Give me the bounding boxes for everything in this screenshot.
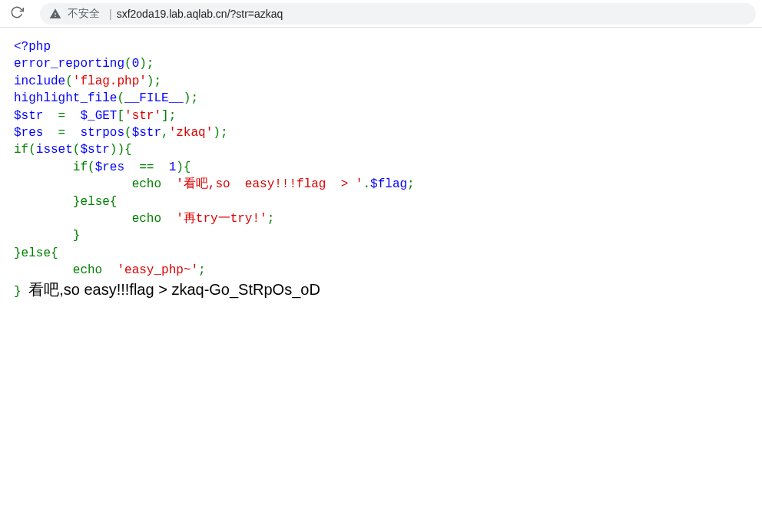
security-label: 不安全 (68, 7, 100, 21)
semi: ; (267, 212, 275, 226)
semi: ; (154, 74, 161, 88)
brace: } (73, 195, 81, 209)
semi: ; (198, 263, 206, 277)
var: $flag (370, 177, 407, 191)
keyword: echo (132, 177, 161, 191)
var: $str (132, 126, 161, 140)
address-bar[interactable]: 不安全 | sxf2oda19.lab.aqlab.cn/?str=azkaq (40, 3, 756, 25)
string: '看吧,so easy!!!flag > ' (176, 177, 363, 191)
var: $str (80, 143, 109, 157)
comma: , (161, 126, 169, 140)
brace: { (184, 160, 191, 174)
brace: } (14, 285, 22, 299)
var: $_GET (80, 109, 117, 123)
func: include (14, 74, 65, 88)
brace: { (51, 246, 58, 260)
php-open-tag: <?php (14, 40, 51, 54)
warning-icon (49, 8, 61, 20)
php-code-block: <?php error_reporting(0); include('flag.… (14, 38, 748, 301)
page-content: <?php error_reporting(0); include('flag.… (0, 28, 762, 312)
url-divider: | (109, 8, 112, 20)
keyword: if (14, 143, 28, 157)
paren: )) (110, 143, 124, 157)
func: strpos (80, 126, 124, 140)
op: = (58, 109, 66, 123)
paren: ) (139, 57, 147, 71)
url-text: sxf2oda19.lab.aqlab.cn/?str=azkaq (117, 8, 283, 20)
bracket: [ (117, 109, 124, 123)
semi: ; (220, 126, 228, 140)
paren: ( (65, 74, 73, 88)
paren: ( (124, 57, 132, 71)
op: == (139, 160, 154, 174)
string: 'easy_php~' (117, 263, 198, 277)
var: $res (95, 160, 124, 174)
arg: 0 (132, 57, 140, 71)
semi: ; (407, 177, 415, 191)
const: __FILE__ (124, 91, 184, 105)
paren: ) (176, 160, 184, 174)
paren: ( (73, 143, 81, 157)
keyword: echo (73, 263, 102, 277)
semi: ; (190, 91, 198, 105)
dot: . (363, 177, 370, 191)
semi: ; (169, 109, 177, 123)
bracket: ] (161, 109, 169, 123)
func: error_reporting (14, 57, 124, 71)
var: $str (14, 109, 43, 123)
keyword: else (80, 195, 109, 209)
keyword: else (22, 246, 51, 260)
output-text: 看吧,so easy!!!flag > zkaq-Go_StRpOs_oD (28, 281, 320, 298)
paren: ) (213, 126, 220, 140)
brace: { (124, 143, 132, 157)
keyword: echo (132, 212, 161, 226)
reload-button[interactable] (6, 3, 28, 25)
paren: ( (88, 160, 95, 174)
num: 1 (169, 160, 177, 174)
string: 'str' (124, 109, 161, 123)
semi: ; (147, 57, 154, 71)
string: '再try一try!' (176, 212, 267, 226)
paren: ) (147, 74, 154, 88)
func: isset (36, 143, 73, 157)
browser-toolbar: 不安全 | sxf2oda19.lab.aqlab.cn/?str=azkaq (0, 0, 762, 28)
var: $res (14, 126, 43, 140)
paren: ( (124, 126, 132, 140)
brace: } (14, 246, 22, 260)
paren: ( (28, 143, 36, 157)
brace: } (73, 229, 81, 243)
brace: { (110, 195, 118, 209)
string: 'flag.php' (73, 74, 147, 88)
op: = (58, 126, 66, 140)
paren: ( (117, 91, 124, 105)
string: 'zkaq' (169, 126, 214, 140)
keyword: if (73, 160, 88, 174)
func: highlight_file (14, 91, 117, 105)
reload-icon (10, 5, 24, 22)
paren: ) (184, 91, 191, 105)
